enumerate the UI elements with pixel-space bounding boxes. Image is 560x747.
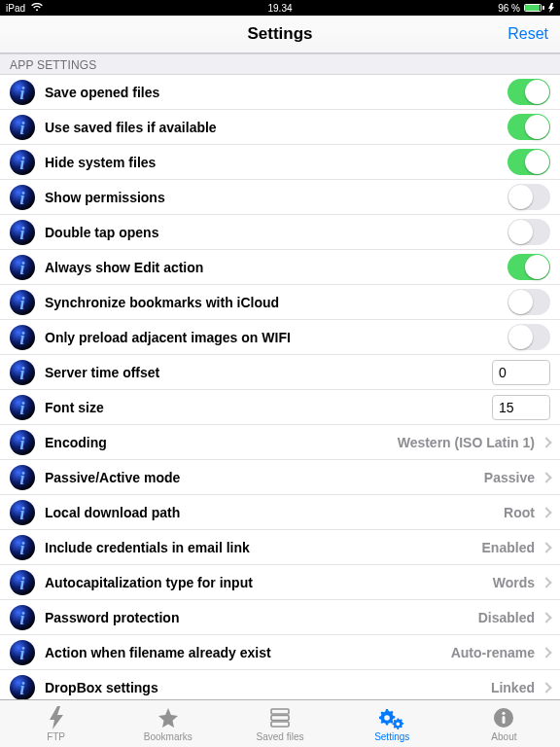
tab-about[interactable]: About <box>448 700 560 747</box>
toggle-show-permissions[interactable] <box>508 184 550 210</box>
row-server-time-offset[interactable]: Server time offset <box>0 355 560 390</box>
svg-rect-2 <box>271 709 289 714</box>
info-circle-icon <box>491 705 516 730</box>
info-icon[interactable] <box>10 500 35 525</box>
reset-button[interactable]: Reset <box>508 25 548 43</box>
row-autocapitalization[interactable]: Autocapitalization type for input Words <box>0 565 560 600</box>
info-icon[interactable] <box>10 290 35 315</box>
gears-icon <box>379 705 404 730</box>
chevron-right-icon <box>541 507 551 517</box>
info-icon[interactable] <box>10 115 35 140</box>
clock: 19.34 <box>267 3 292 14</box>
info-icon[interactable] <box>10 255 35 280</box>
info-icon[interactable] <box>10 220 35 245</box>
svg-rect-4 <box>271 722 289 727</box>
page-title: Settings <box>247 24 312 44</box>
row-label: Action when filename already exist <box>45 645 451 660</box>
row-label: Only preload adjacent images on WIFI <box>45 330 508 345</box>
chevron-right-icon <box>541 437 551 447</box>
toggle-use-saved[interactable] <box>508 114 550 140</box>
navigation-bar: Settings Reset <box>0 16 560 53</box>
info-icon[interactable] <box>10 80 35 105</box>
info-icon[interactable] <box>10 395 35 420</box>
row-label: Hide system files <box>45 155 508 170</box>
info-icon[interactable] <box>10 430 35 455</box>
info-icon[interactable] <box>10 640 35 665</box>
chevron-right-icon <box>541 682 551 693</box>
toggle-preload-wifi[interactable] <box>508 324 550 350</box>
toggle-save-opened[interactable] <box>508 79 550 105</box>
row-preload-wifi[interactable]: Only preload adjacent images on WIFI <box>0 320 560 355</box>
row-value: Words <box>493 575 535 590</box>
tab-ftp[interactable]: FTP <box>0 700 112 747</box>
row-save-opened-files[interactable]: Save opened files <box>0 75 560 110</box>
info-icon[interactable] <box>10 535 35 560</box>
row-label: Autocapitalization type for input <box>45 575 493 590</box>
row-double-tap-opens[interactable]: Double tap opens <box>0 215 560 250</box>
info-icon[interactable] <box>10 360 35 385</box>
info-icon[interactable] <box>10 605 35 630</box>
chevron-right-icon <box>541 612 551 622</box>
row-passive-active[interactable]: Passive/Active mode Passive <box>0 460 560 495</box>
row-label: Encoding <box>45 435 398 450</box>
info-icon[interactable] <box>10 325 35 350</box>
tab-saved-files[interactable]: Saved files <box>224 700 335 747</box>
info-icon[interactable] <box>10 675 35 700</box>
row-label: Synchronize bookmarks with iCloud <box>45 295 508 310</box>
row-value: Enabled <box>482 540 535 555</box>
device-name: iPad <box>6 3 25 14</box>
row-label: Include credentials in email link <box>45 540 482 555</box>
svg-point-6 <box>503 712 506 715</box>
toggle-double-tap[interactable] <box>508 219 550 245</box>
row-sync-bookmarks[interactable]: Synchronize bookmarks with iCloud <box>0 285 560 320</box>
row-show-permissions[interactable]: Show permissions <box>0 180 560 215</box>
info-icon[interactable] <box>10 150 35 175</box>
info-icon[interactable] <box>10 185 35 210</box>
svg-rect-3 <box>271 716 289 721</box>
row-encoding[interactable]: Encoding Western (ISO Latin 1) <box>0 425 560 460</box>
tab-label: FTP <box>47 731 65 742</box>
tab-label: About <box>491 731 516 742</box>
settings-list[interactable]: Save opened files Use saved files if ava… <box>0 75 560 699</box>
chevron-right-icon <box>541 542 551 552</box>
battery-percent: 96 % <box>498 3 520 14</box>
row-value: Western (ISO Latin 1) <box>398 435 535 450</box>
info-icon[interactable] <box>10 465 35 490</box>
row-label: Double tap opens <box>45 225 508 240</box>
row-use-saved-files[interactable]: Use saved files if available <box>0 110 560 145</box>
charging-icon <box>548 3 554 13</box>
row-value: Passive <box>484 470 535 485</box>
row-value: Root <box>504 505 535 520</box>
tab-label: Settings <box>374 731 409 742</box>
bolt-icon <box>44 705 69 730</box>
row-value: Linked <box>491 680 535 695</box>
row-label: Server time offset <box>45 365 492 380</box>
row-label: Password protection <box>45 610 478 625</box>
input-font-size[interactable] <box>492 395 550 420</box>
wifi-icon <box>31 3 43 14</box>
row-label: Show permissions <box>45 190 508 205</box>
tab-label: Saved files <box>257 731 304 742</box>
tab-bar: FTP Bookmarks Saved files Settings <box>0 699 560 747</box>
row-hide-system-files[interactable]: Hide system files <box>0 145 560 180</box>
tab-bookmarks[interactable]: Bookmarks <box>112 700 224 747</box>
tab-settings[interactable]: Settings <box>336 700 448 747</box>
row-label: Font size <box>45 400 492 415</box>
row-label: Use saved files if available <box>45 120 508 135</box>
row-label: Local download path <box>45 505 504 520</box>
row-password-protection[interactable]: Password protection Disabled <box>0 600 560 635</box>
status-bar: iPad 19.34 96 % <box>0 0 560 16</box>
row-filename-exists[interactable]: Action when filename already exist Auto-… <box>0 635 560 670</box>
input-server-time-offset[interactable] <box>492 360 550 385</box>
row-email-credentials[interactable]: Include credentials in email link Enable… <box>0 530 560 565</box>
toggle-sync-bookmarks[interactable] <box>508 289 550 315</box>
toggle-hide-system[interactable] <box>508 149 550 175</box>
info-icon[interactable] <box>10 570 35 595</box>
row-download-path[interactable]: Local download path Root <box>0 495 560 530</box>
toggle-always-edit[interactable] <box>508 254 550 280</box>
row-font-size[interactable]: Font size <box>0 390 560 425</box>
row-value: Auto-rename <box>451 645 535 660</box>
row-dropbox-settings[interactable]: DropBox settings Linked <box>0 670 560 699</box>
chevron-right-icon <box>541 647 551 658</box>
row-always-edit[interactable]: Always show Edit action <box>0 250 560 285</box>
